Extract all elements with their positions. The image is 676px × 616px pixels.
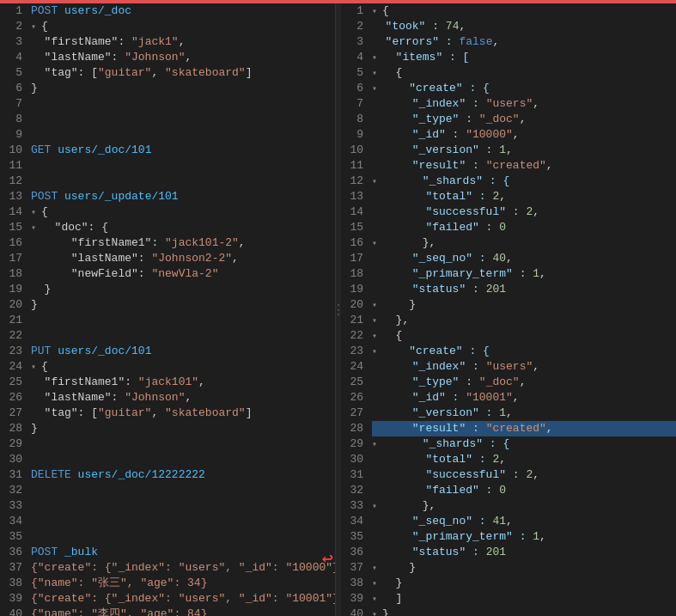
code-line bbox=[31, 313, 335, 328]
code-line bbox=[31, 127, 335, 143]
code-line: ▾ "create" : { bbox=[372, 344, 676, 359]
line-number: 32 bbox=[3, 483, 22, 498]
right-code-content: ▾{ "took" : 74, "errors" : false,▾ "item… bbox=[368, 3, 676, 616]
code-line: "failed" : 0 bbox=[372, 483, 676, 498]
code-line: "_id" : "10000", bbox=[372, 127, 676, 143]
code-line: ▾ ] bbox=[372, 591, 676, 607]
line-number: 11 bbox=[344, 158, 363, 174]
line-number: 40 bbox=[3, 607, 22, 616]
line-number: 39 bbox=[3, 591, 22, 607]
line-number: 34 bbox=[3, 514, 22, 529]
fold-arrow-icon[interactable]: ▾ bbox=[31, 205, 40, 221]
line-number: 36 bbox=[3, 545, 22, 560]
line-number: 14 bbox=[344, 204, 363, 220]
code-line: GET users/_doc/101 bbox=[31, 143, 335, 158]
fold-arrow-icon[interactable]: ▾ bbox=[372, 607, 381, 616]
line-number: 32 bbox=[344, 483, 363, 498]
code-line bbox=[31, 174, 335, 189]
fold-arrow-icon[interactable]: ▾ bbox=[372, 437, 381, 453]
line-number: 12 bbox=[3, 174, 22, 189]
code-line bbox=[31, 498, 335, 514]
code-line: "_id" : "10001", bbox=[372, 390, 676, 406]
line-number: 11 bbox=[3, 158, 22, 174]
code-line: ▾{ bbox=[372, 3, 676, 19]
line-number: 20 bbox=[3, 297, 22, 313]
fold-arrow-icon[interactable]: ▾ bbox=[372, 329, 381, 345]
code-line: ▾ }, bbox=[372, 313, 676, 328]
line-number: 8 bbox=[344, 112, 363, 127]
line-number: 30 bbox=[344, 452, 363, 467]
line-number: 4 bbox=[344, 50, 363, 65]
code-line: ▾ } bbox=[372, 297, 676, 313]
code-line: "errors" : false, bbox=[372, 34, 676, 50]
right-pane: 1234567891011121314151617181920212223242… bbox=[341, 3, 676, 616]
line-number: 37 bbox=[3, 560, 22, 576]
code-line: POST _bulk bbox=[31, 545, 335, 560]
code-line: "firstName1": "jack101-2", bbox=[31, 235, 335, 251]
line-number: 16 bbox=[3, 235, 22, 251]
code-line: "_type" : "_doc", bbox=[372, 112, 676, 127]
code-line: "failed" : 0 bbox=[372, 220, 676, 235]
code-line: "_primary_term" : 1, bbox=[372, 529, 676, 545]
code-line: "successful" : 2, bbox=[372, 467, 676, 483]
code-line: ▾{ bbox=[31, 19, 335, 34]
fold-arrow-icon[interactable]: ▾ bbox=[31, 221, 40, 236]
fold-arrow-icon[interactable]: ▾ bbox=[372, 345, 381, 360]
line-number: 30 bbox=[3, 452, 22, 467]
line-number: 10 bbox=[344, 143, 363, 158]
fold-arrow-icon[interactable]: ▾ bbox=[372, 314, 381, 329]
line-number: 15 bbox=[3, 220, 22, 235]
line-number: 28 bbox=[3, 421, 22, 436]
line-number: 5 bbox=[3, 65, 22, 81]
fold-arrow-icon[interactable]: ▾ bbox=[372, 576, 381, 592]
line-number: 9 bbox=[344, 127, 363, 143]
line-number: 24 bbox=[344, 359, 363, 375]
code-line: "total" : 2, bbox=[372, 189, 676, 204]
code-line: } bbox=[31, 297, 335, 313]
code-line: {"create": {"_index": "users", "_id": "1… bbox=[31, 560, 335, 576]
fold-arrow-icon[interactable]: ▾ bbox=[372, 592, 381, 607]
left-code-area[interactable]: 1234567891011121314151617181920212223242… bbox=[0, 3, 335, 616]
code-line: ▾ "doc": { bbox=[31, 220, 335, 235]
fold-arrow-icon[interactable]: ▾ bbox=[31, 360, 40, 375]
fold-arrow-icon[interactable]: ▾ bbox=[372, 499, 381, 515]
line-number: 3 bbox=[344, 34, 363, 50]
code-line: "status" : 201 bbox=[372, 545, 676, 560]
fold-arrow-icon[interactable]: ▾ bbox=[372, 66, 381, 82]
code-line: "total" : 2, bbox=[372, 452, 676, 467]
code-line: "_index" : "users", bbox=[372, 359, 676, 375]
line-number: 33 bbox=[3, 498, 22, 514]
fold-arrow-icon[interactable]: ▾ bbox=[372, 4, 381, 20]
code-line: {"name": "张三", "age": 34} bbox=[31, 576, 335, 591]
line-number: 7 bbox=[344, 96, 363, 112]
line-number: 19 bbox=[3, 282, 22, 297]
line-number: 16 bbox=[344, 235, 363, 251]
fold-arrow-icon[interactable]: ▾ bbox=[372, 51, 381, 66]
code-line bbox=[31, 96, 335, 112]
right-code-area[interactable]: 1234567891011121314151617181920212223242… bbox=[341, 3, 676, 616]
code-line: ▾ "items" : [ bbox=[372, 50, 676, 65]
code-line: "_seq_no" : 41, bbox=[372, 514, 676, 529]
fold-arrow-icon[interactable]: ▾ bbox=[372, 561, 381, 576]
line-number: 39 bbox=[344, 591, 363, 607]
fold-arrow-icon[interactable]: ▾ bbox=[372, 174, 381, 190]
code-line bbox=[31, 452, 335, 467]
fold-arrow-icon[interactable]: ▾ bbox=[372, 298, 381, 314]
fold-arrow-icon[interactable]: ▾ bbox=[372, 82, 381, 97]
fold-arrow-icon[interactable]: ▾ bbox=[372, 236, 381, 252]
code-line: } bbox=[31, 81, 335, 96]
code-line: ▾ "_shards" : { bbox=[372, 436, 676, 452]
code-line: "firstName1": "jack101", bbox=[31, 375, 335, 390]
line-number: 31 bbox=[344, 467, 363, 483]
line-number: 20 bbox=[344, 297, 363, 313]
fold-arrow-icon[interactable]: ▾ bbox=[31, 20, 40, 35]
line-number: 35 bbox=[344, 529, 363, 545]
line-number: 12 bbox=[344, 174, 363, 189]
line-number: 9 bbox=[3, 127, 22, 143]
line-number: 29 bbox=[3, 436, 22, 452]
code-line: "_type" : "_doc", bbox=[372, 375, 676, 390]
line-number: 38 bbox=[344, 576, 363, 591]
line-number: 25 bbox=[344, 375, 363, 390]
line-number: 23 bbox=[344, 344, 363, 359]
line-number: 27 bbox=[344, 406, 363, 421]
